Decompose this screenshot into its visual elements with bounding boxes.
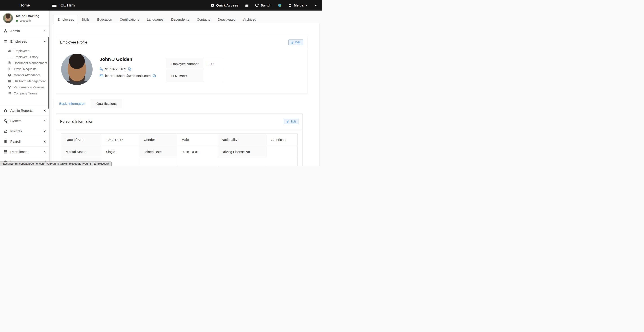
field-value: 1989-12-17 — [101, 134, 139, 146]
sidebar-item-system[interactable]: System — [0, 116, 49, 126]
tab-certifications[interactable]: Certifications — [116, 15, 143, 24]
copy-phone-icon[interactable] — [128, 67, 132, 71]
sidebar-subitem-label: Company Teams — [14, 92, 37, 95]
document-icon — [8, 61, 11, 65]
tab-education[interactable]: Education — [93, 15, 116, 24]
employee-phone: 917-372-9109 — [105, 67, 126, 71]
main-content: Employees Skills Education Certification… — [49, 11, 322, 166]
edit-label: Edit — [295, 41, 300, 44]
sidebar-item-admin[interactable]: Admin — [0, 26, 49, 36]
sidebar-item-monitor-attendance[interactable]: Monitor Attendance — [0, 72, 49, 78]
chevron-left-icon — [44, 30, 46, 32]
sidebar-subitem-label: Employees — [14, 49, 29, 53]
personal-information-card: Personal Information Edit — [56, 114, 303, 166]
tasks-icon[interactable] — [245, 3, 248, 7]
employee-profile-title: Employee Profile — [60, 40, 87, 45]
sidebar-subitem-label: HR Form Management — [14, 79, 46, 83]
grid-icon — [4, 40, 8, 43]
sitemap-icon — [8, 86, 11, 89]
chevron-left-icon — [44, 109, 46, 112]
sidebar-menu: Admin Employees — [0, 26, 49, 166]
sidebar-item-employees[interactable]: Employees — [0, 48, 49, 54]
employee-email: icehrm+user1@web-stalk.com — [105, 74, 150, 78]
table-row: Marital Status Single Joined Date 2018-1… — [61, 146, 298, 158]
pencil-icon — [286, 120, 289, 123]
chevron-down-icon[interactable] — [314, 4, 318, 7]
quick-access-label: Quick Access — [216, 3, 238, 7]
folder-icon — [8, 79, 11, 83]
sidebar-subitem-label: Monitor Attendance — [14, 73, 41, 77]
sidebar-item-travel-requests[interactable]: Travel Requests — [0, 66, 49, 72]
sidebar-item-performance-reviews[interactable]: Performance Reviews — [0, 84, 49, 90]
sidebar-item-recruitment[interactable]: Recruitment — [0, 147, 49, 157]
status-url: https://icehrm.com/app/demo-icehrm/?g=ad… — [0, 162, 112, 166]
globe-icon[interactable] — [278, 3, 282, 7]
home-link[interactable]: Home — [0, 3, 49, 8]
sidebar-profile: Melba Dowling Logged In — [0, 11, 49, 26]
employee-name: John J Golden — [100, 57, 156, 62]
quick-access-button[interactable]: Quick Access — [210, 3, 238, 7]
tab-languages[interactable]: Languages — [143, 15, 167, 24]
users-icon — [8, 92, 11, 95]
sidebar: Melba Dowling Logged In Admin — [0, 11, 49, 166]
tab-deactivated[interactable]: Deactivated — [214, 15, 239, 24]
employee-profile-edit-button[interactable]: Edit — [288, 40, 303, 45]
sidebar-scrollbar[interactable] — [48, 37, 49, 109]
chevron-left-icon — [44, 140, 46, 143]
phone-icon — [100, 67, 103, 71]
sidebar-item-employees-group[interactable]: Employees — [0, 36, 49, 47]
user-icon — [288, 3, 292, 7]
edit-label: Edit — [290, 120, 296, 123]
switch-button[interactable]: Switch — [255, 3, 271, 7]
tab-dependents[interactable]: Dependents — [167, 15, 193, 24]
sidebar-item-document-management[interactable]: Document Management — [0, 60, 49, 66]
chevron-left-icon — [44, 120, 46, 122]
sidebar-item-admin-reports[interactable]: Admin Reports — [0, 105, 49, 116]
hamburger-icon[interactable] — [52, 4, 56, 7]
tab-contacts[interactable]: Contacts — [193, 15, 214, 24]
sidebar-item-label: Admin — [10, 29, 20, 33]
tab-employees[interactable]: Employees — [54, 15, 78, 24]
sidebar-item-payroll[interactable]: Payroll — [0, 136, 49, 147]
sidebar-item-label: Recruitment — [10, 150, 28, 154]
app-title: ICE Hrm — [60, 3, 75, 8]
compass-icon — [210, 3, 214, 7]
tab-archived[interactable]: Archived — [239, 15, 260, 24]
sidebar-subitem-label: Travel Requests — [14, 67, 36, 71]
tab-panel: Employee Profile Edit John J Golden — [52, 23, 319, 166]
chevron-left-icon — [44, 130, 46, 133]
sidebar-item-label: Payroll — [10, 140, 21, 143]
logged-in-dot — [16, 20, 18, 22]
subtab-basic-information[interactable]: Basic Information — [54, 99, 91, 108]
field-value — [266, 146, 297, 158]
sidebar-item-employee-history[interactable]: Employee History — [0, 54, 49, 60]
book-reader-icon — [4, 109, 8, 112]
personal-information-edit-button[interactable]: Edit — [284, 119, 298, 124]
copy-email-icon[interactable] — [152, 74, 156, 77]
subtab-qualifications[interactable]: Qualifications — [91, 99, 122, 108]
user-name: Melba — [294, 3, 304, 7]
detail-subtabs: Basic Information Qualifications — [54, 99, 319, 108]
personal-information-table: Date of Birth 1989-12-17 Gender Male Nat… — [61, 133, 298, 166]
sidebar-item-hr-form-management[interactable]: HR Form Management — [0, 78, 49, 84]
sidebar-item-insights[interactable]: Insights — [0, 126, 49, 136]
user-menu[interactable]: Melba — [288, 3, 308, 7]
gears-icon — [4, 119, 8, 123]
tab-skills[interactable]: Skills — [78, 15, 93, 24]
field-value: American — [266, 134, 297, 146]
users-icon — [8, 49, 11, 53]
sidebar-subitem-label: Document Management — [14, 61, 47, 65]
logged-in-label: Logged In — [20, 19, 32, 22]
field-label: Marital Status — [61, 146, 101, 158]
table-row: ID Number — [166, 70, 223, 82]
sidebar-item-company-teams[interactable]: Company Teams — [0, 90, 49, 96]
summary-value — [204, 70, 223, 82]
clock-icon — [8, 73, 11, 77]
field-label: Driving License No — [217, 146, 266, 158]
chart-line-icon — [4, 129, 8, 133]
topbar: Home ICE Hrm Quick Access Switch — [0, 0, 322, 11]
employee-photo — [61, 54, 92, 85]
sidebar-employees-children: Employees Employee History — [0, 47, 49, 105]
switch-icon — [255, 3, 259, 7]
sidebar-item-label: System — [10, 119, 22, 123]
